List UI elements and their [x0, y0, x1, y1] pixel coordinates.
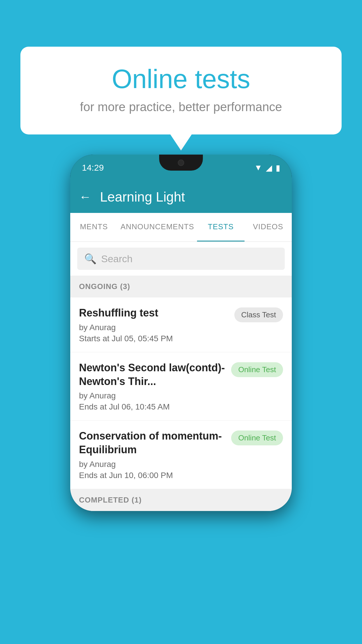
- test-badge: Online Test: [231, 362, 283, 377]
- camera-dot: [178, 160, 184, 166]
- test-list: Reshuffling test by Anurag Starts at Jul…: [70, 298, 292, 489]
- wifi-icon: ▼: [254, 163, 262, 172]
- speech-bubble-container: Online tests for more practice, better p…: [20, 47, 342, 134]
- speech-bubble-title: Online tests: [44, 64, 318, 94]
- battery-icon: ▮: [276, 163, 280, 173]
- tab-ments[interactable]: MENTS: [70, 213, 117, 242]
- speech-bubble-subtitle: for more practice, better performance: [44, 100, 318, 114]
- phone-container: 14:29 ▼ ◢ ▮ ← Learning Light MENTS ANNOU…: [70, 155, 292, 511]
- search-placeholder: Search: [101, 253, 133, 265]
- test-item[interactable]: Newton's Second law(contd)-Newton's Thir…: [70, 352, 292, 421]
- test-name: Conservation of momentum-Equilibrium: [79, 429, 225, 457]
- test-name: Reshuffling test: [79, 306, 229, 320]
- status-time: 14:29: [82, 163, 104, 173]
- app-title: Learning Light: [100, 189, 185, 205]
- test-item[interactable]: Conservation of momentum-Equilibrium by …: [70, 421, 292, 489]
- test-author: by Anurag: [79, 323, 229, 332]
- test-info: Conservation of momentum-Equilibrium by …: [79, 429, 231, 480]
- signal-icon: ◢: [266, 163, 272, 173]
- test-badge: Online Test: [231, 430, 283, 445]
- test-author: by Anurag: [79, 460, 225, 469]
- test-time: Ends at Jun 10, 06:00 PM: [79, 471, 225, 480]
- status-icons: ▼ ◢ ▮: [254, 163, 280, 173]
- phone-inner-wrap: 14:29 ▼ ◢ ▮ ← Learning Light MENTS ANNOU…: [70, 155, 292, 511]
- test-author: by Anurag: [79, 391, 225, 400]
- test-badge: Class Test: [234, 307, 283, 322]
- search-icon: 🔍: [84, 253, 96, 265]
- tab-announcements[interactable]: ANNOUNCEMENTS: [117, 213, 197, 242]
- app-header: ← Learning Light: [70, 181, 292, 213]
- ongoing-section-header: ONGOING (3): [70, 276, 292, 298]
- test-info: Newton's Second law(contd)-Newton's Thir…: [79, 361, 231, 412]
- tab-videos[interactable]: VIDEOS: [245, 213, 292, 242]
- completed-section-header: COMPLETED (1): [70, 489, 292, 511]
- completed-section-title: COMPLETED (1): [79, 496, 142, 504]
- status-bar: 14:29 ▼ ◢ ▮: [70, 155, 292, 181]
- ongoing-section-title: ONGOING (3): [79, 282, 130, 291]
- test-info: Reshuffling test by Anurag Starts at Jul…: [79, 306, 234, 343]
- test-item[interactable]: Reshuffling test by Anurag Starts at Jul…: [70, 298, 292, 352]
- search-container: 🔍 Search: [70, 242, 292, 276]
- speech-bubble: Online tests for more practice, better p…: [20, 47, 342, 134]
- phone-notch: [159, 155, 203, 171]
- phone-screen: 🔍 Search ONGOING (3) Reshuffling test by…: [70, 242, 292, 511]
- tab-tests[interactable]: TESTS: [197, 213, 244, 242]
- test-time: Ends at Jul 06, 10:45 AM: [79, 402, 225, 412]
- tabs-bar: MENTS ANNOUNCEMENTS TESTS VIDEOS: [70, 213, 292, 242]
- phone-outer: 14:29 ▼ ◢ ▮ ← Learning Light MENTS ANNOU…: [70, 155, 292, 511]
- search-bar[interactable]: 🔍 Search: [77, 248, 285, 270]
- back-button[interactable]: ←: [79, 190, 91, 204]
- test-name: Newton's Second law(contd)-Newton's Thir…: [79, 361, 225, 388]
- test-time: Starts at Jul 05, 05:45 PM: [79, 334, 229, 343]
